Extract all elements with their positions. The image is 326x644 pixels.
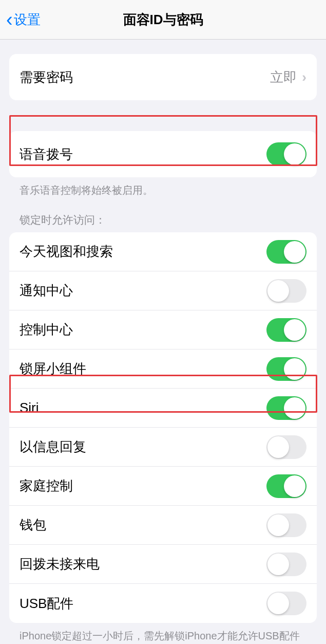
row-locked-item: 控制中心 bbox=[9, 310, 317, 349]
chevron-left-icon: ‹ bbox=[6, 10, 13, 29]
toggle-locked-item[interactable] bbox=[266, 435, 306, 459]
toggle-knob bbox=[284, 397, 305, 419]
row-label: 通知中心 bbox=[20, 282, 73, 300]
toggle-knob bbox=[267, 554, 289, 575]
row-value: 立即 bbox=[270, 68, 297, 86]
row-locked-item: 今天视图和搜索 bbox=[9, 232, 317, 271]
group-require-passcode: 需要密码 立即 › bbox=[9, 54, 317, 100]
row-locked-item: Siri bbox=[9, 389, 317, 428]
row-locked-item: USB配件 bbox=[9, 584, 317, 623]
row-require-passcode[interactable]: 需要密码 立即 › bbox=[9, 54, 317, 100]
footer-voice-dial: 音乐语音控制将始终被启用。 bbox=[9, 177, 317, 197]
row-label: 以信息回复 bbox=[20, 438, 86, 456]
toggle-locked-item[interactable] bbox=[266, 513, 306, 537]
toggle-locked-item[interactable] bbox=[266, 474, 306, 498]
header-locked-access: 锁定时允许访问： bbox=[9, 197, 317, 232]
row-label: 今天视图和搜索 bbox=[20, 243, 113, 261]
row-locked-item: 以信息回复 bbox=[9, 428, 317, 467]
toggle-voice-dial[interactable] bbox=[266, 142, 306, 166]
row-right: 立即 › bbox=[270, 68, 306, 86]
group-voice-dial: 语音拨号 bbox=[9, 131, 317, 177]
row-label: 语音拨号 bbox=[20, 145, 73, 163]
row-voice-dial: 语音拨号 bbox=[9, 131, 317, 177]
toggle-knob bbox=[267, 514, 289, 536]
toggle-locked-item[interactable] bbox=[266, 357, 306, 381]
toggle-knob bbox=[284, 143, 305, 165]
page-title: 面容ID与密码 bbox=[123, 11, 203, 29]
row-label: 钱包 bbox=[20, 516, 46, 534]
row-label: 需要密码 bbox=[20, 68, 73, 86]
toggle-knob bbox=[284, 241, 305, 263]
navbar: ‹ 设置 面容ID与密码 bbox=[0, 0, 326, 40]
row-locked-item: 钱包 bbox=[9, 506, 317, 545]
row-locked-item: 锁屏小组件 bbox=[9, 349, 317, 389]
toggle-knob bbox=[284, 475, 305, 497]
toggle-locked-item[interactable] bbox=[266, 240, 306, 264]
back-label: 设置 bbox=[14, 11, 41, 29]
row-locked-item: 回拨未接来电 bbox=[9, 545, 317, 584]
toggle-locked-item[interactable] bbox=[266, 318, 306, 342]
row-locked-item: 通知中心 bbox=[9, 271, 317, 310]
row-label: 锁屏小组件 bbox=[20, 360, 86, 378]
toggle-knob bbox=[284, 358, 305, 380]
back-button[interactable]: ‹ 设置 bbox=[0, 10, 41, 29]
chevron-right-icon: › bbox=[302, 69, 306, 85]
toggle-locked-item[interactable] bbox=[266, 396, 306, 420]
row-label: 家庭控制 bbox=[20, 477, 73, 495]
row-locked-item: 家庭控制 bbox=[9, 467, 317, 506]
row-label: USB配件 bbox=[20, 595, 73, 613]
toggle-knob bbox=[284, 319, 305, 341]
toggle-knob bbox=[267, 280, 289, 302]
row-label: 回拨未接来电 bbox=[20, 555, 100, 573]
toggle-locked-item[interactable] bbox=[266, 592, 306, 615]
footer-locked-access: iPhone锁定超过一小时后，需先解锁iPhone才能允许USB配件连接。 bbox=[9, 623, 317, 644]
row-label: 控制中心 bbox=[20, 321, 73, 339]
toggle-locked-item[interactable] bbox=[266, 553, 306, 576]
group-locked-access: 今天视图和搜索通知中心控制中心锁屏小组件Siri以信息回复家庭控制钱包回拨未接来… bbox=[9, 232, 317, 623]
row-label: Siri bbox=[20, 400, 39, 416]
toggle-knob bbox=[267, 593, 289, 614]
toggle-knob bbox=[267, 436, 289, 458]
toggle-locked-item[interactable] bbox=[266, 279, 306, 303]
